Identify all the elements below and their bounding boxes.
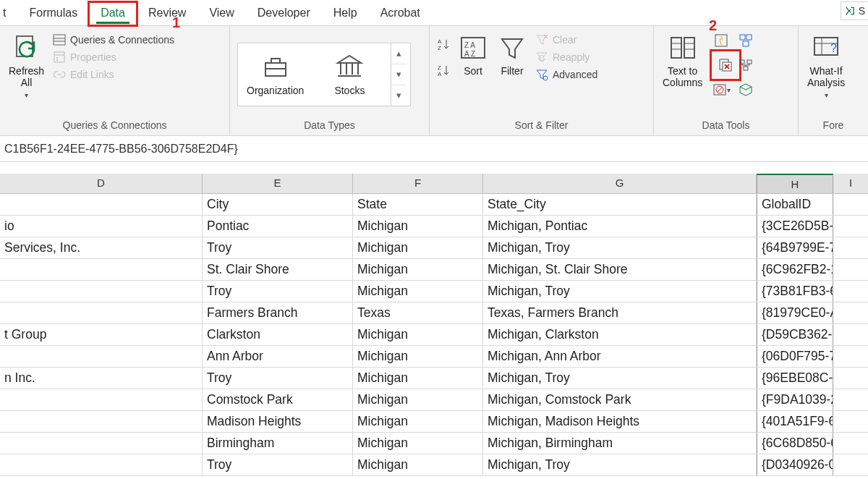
cell[interactable]: Michigan [353,259,483,280]
col-header-E[interactable]: E [203,174,353,193]
cell[interactable]: Pontiac [203,216,353,237]
cell[interactable]: Troy [203,368,353,389]
cell[interactable] [833,411,868,432]
data-validation-button[interactable]: ▾ [711,80,731,100]
cell[interactable] [0,411,203,432]
cell[interactable]: Michigan [353,389,483,410]
cell[interactable]: {3CE26D5B-6B8E- [757,216,833,237]
cell[interactable] [833,259,868,280]
gallery-scroll-up[interactable]: ▴ [391,43,406,64]
cell[interactable] [833,324,868,345]
cell[interactable]: {D59CB362-2B3B- [757,324,833,345]
cell[interactable]: n Inc. [0,368,203,389]
cell[interactable]: GlobalID [757,194,833,215]
cell[interactable]: io [0,216,203,237]
cell[interactable]: Michigan, Pontiac [483,216,757,237]
tab-formulas[interactable]: Formulas [17,2,89,25]
col-header-G[interactable]: G [483,174,757,193]
filter-button[interactable]: Filter [496,30,528,80]
cell[interactable]: Michigan [353,368,483,389]
cell[interactable]: Michigan, St. Clair Shore [483,259,757,280]
cell[interactable]: {6C68D850-6AD5 [757,433,833,454]
share-button[interactable]: S [841,1,868,20]
queries-connections-button[interactable]: Queries & Connections [53,33,174,46]
gallery-scroll-down[interactable]: ▾ [391,64,406,85]
cell[interactable] [833,433,868,454]
cell[interactable]: Michigan, Ann Arbor [483,346,757,367]
tab-developer[interactable]: Developer [246,2,322,25]
col-header-H[interactable]: H [757,174,833,193]
cell[interactable]: Michigan [353,216,483,237]
cell[interactable]: Michigan, Troy [483,368,757,389]
cell[interactable]: Michigan [353,281,483,302]
cell[interactable]: {81979CE0-AC0B- [757,302,833,323]
cell[interactable]: {64B9799E-76CE- [757,237,833,258]
cell[interactable]: City [203,194,353,215]
cell[interactable]: {401A51F9-63C3- [757,411,833,432]
cell[interactable] [0,454,203,475]
cell[interactable]: {F9DA1039-2501- [757,389,833,410]
spreadsheet-grid[interactable]: D E F G H I City State State_City Global… [0,174,868,476]
cell[interactable] [0,259,203,280]
cell[interactable]: {06D0F795-7F63- [757,346,833,367]
cell[interactable]: Michigan, Clarkston [483,324,757,345]
cell[interactable]: {6C962FB2-1504- [757,259,833,280]
cell[interactable]: State [353,194,483,215]
cell[interactable]: Services, Inc. [0,237,203,258]
cell[interactable] [0,433,203,454]
cell[interactable]: Michigan, Troy [483,237,757,258]
cell[interactable] [833,368,868,389]
what-if-analysis-button[interactable]: ? What-If Analysis ▾ [806,30,846,102]
tab-truncated-left[interactable]: t [0,2,17,25]
cell[interactable]: Michigan [353,433,483,454]
tab-view[interactable]: View [197,2,245,25]
col-header-F[interactable]: F [353,174,483,193]
tab-review[interactable]: Review [137,2,197,25]
cell[interactable]: Michigan [353,324,483,345]
advanced-button[interactable]: Advanced [535,68,597,81]
cell[interactable]: Ann Arbor [203,346,353,367]
cell[interactable]: Texas [353,302,483,323]
cell[interactable]: Farmers Branch [203,302,353,323]
cell[interactable] [0,194,203,215]
cell[interactable] [0,281,203,302]
cell[interactable]: Madison Heights [203,411,353,432]
cell[interactable]: St. Clair Shore [203,259,353,280]
cell[interactable] [0,389,203,410]
cell[interactable]: Michigan [353,411,483,432]
refresh-all-button[interactable]: Refresh All ▾ [7,30,46,102]
cell[interactable]: Troy [203,237,353,258]
cell[interactable]: Michigan, Comstock Park [483,389,757,410]
cell[interactable]: Michigan, Troy [483,454,757,475]
text-to-columns-button[interactable]: Text to Columns [661,30,704,91]
cell[interactable]: Michigan, Troy [483,281,757,302]
consolidate-button[interactable] [736,30,756,51]
tab-help[interactable]: Help [322,2,369,25]
tab-acrobat[interactable]: Acrobat [369,2,432,25]
cell[interactable] [833,346,868,367]
cell[interactable] [0,302,203,323]
cell[interactable] [0,346,203,367]
cell[interactable] [833,281,868,302]
cell[interactable]: Troy [203,281,353,302]
col-header-D[interactable]: D [0,174,203,193]
cell[interactable]: {73B81FB3-6CA8- [757,281,833,302]
cell[interactable] [833,389,868,410]
cell[interactable] [833,216,868,237]
cell[interactable] [833,194,868,215]
cell[interactable]: {96EBE08C-127F- [757,368,833,389]
cell[interactable]: Michigan, Madison Heights [483,411,757,432]
cell[interactable]: Michigan [353,346,483,367]
cell[interactable] [833,454,868,475]
cell[interactable]: Birmingham [203,433,353,454]
formula-bar[interactable]: C1B56F1-24EE-4775-BB56-306D758E2D4F} [0,136,868,162]
cell[interactable]: Michigan, Birmingham [483,433,757,454]
sort-button[interactable]: Z AA Z Sort [457,30,489,80]
manage-data-model-button[interactable] [736,80,756,100]
cell[interactable]: Comstock Park [203,389,353,410]
cell[interactable] [833,237,868,258]
cell[interactable]: Texas, Farmers Branch [483,302,757,323]
cell[interactable]: Clarkston [203,324,353,345]
cell[interactable] [833,302,868,323]
sort-asc-button[interactable]: AZ [437,38,450,51]
